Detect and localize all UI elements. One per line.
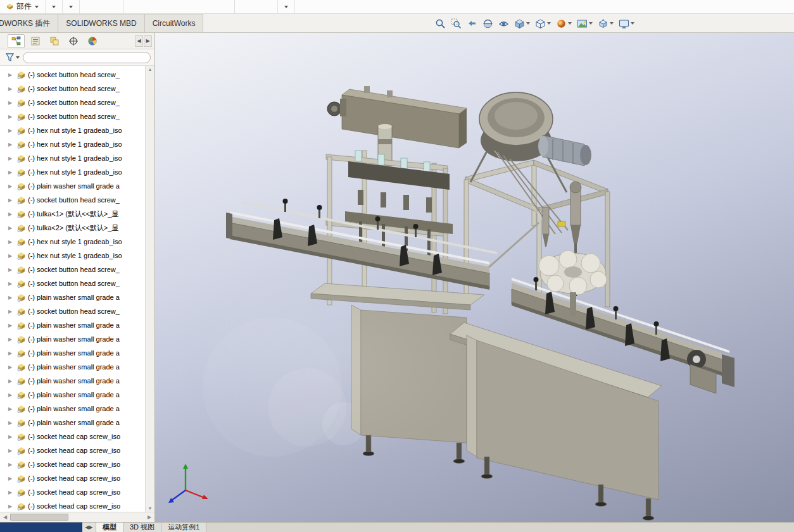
expand-arrow-icon[interactable]: ▶ bbox=[8, 490, 15, 495]
expand-arrow-icon[interactable]: ▶ bbox=[8, 434, 15, 440]
expand-arrow-icon[interactable]: ▶ bbox=[8, 239, 15, 245]
expand-arrow-icon[interactable]: ▶ bbox=[8, 253, 15, 259]
tree-item[interactable]: ▶ (-) plain washer small grade a bbox=[0, 332, 145, 346]
expand-arrow-icon[interactable]: ▶ bbox=[8, 142, 15, 147]
expand-arrow-icon[interactable]: ▶ bbox=[8, 350, 15, 356]
component-menu[interactable]: 部件 bbox=[0, 0, 46, 13]
toolbar-dropdown-1[interactable] bbox=[46, 0, 63, 13]
tree-item[interactable]: ▶ (-) tulka<2> (默认<<默认>_显 bbox=[0, 221, 145, 235]
expand-arrow-icon[interactable]: ▶ bbox=[8, 197, 15, 203]
tree-item[interactable]: ▶ (-) socket head cap screw_iso bbox=[0, 430, 145, 443]
panel-tab-scroll-left[interactable]: ◀ bbox=[135, 35, 143, 47]
graphics-viewport[interactable] bbox=[155, 33, 794, 522]
tree-vertical-scrollbar[interactable]: ▲ ▼ bbox=[145, 66, 154, 512]
tree-item[interactable]: ▶ (-) socket head cap screw_iso bbox=[0, 457, 145, 471]
scroll-up-icon[interactable]: ▲ bbox=[148, 67, 153, 71]
tab-3d-views[interactable]: 3D 视图 bbox=[123, 523, 161, 532]
tree-item[interactable]: ▶ (-) socket button head screw_ bbox=[0, 96, 145, 109]
tab-propertymanager[interactable] bbox=[27, 34, 44, 48]
tab-configurationmanager[interactable] bbox=[46, 34, 63, 48]
toolbar-dropdown-3[interactable] bbox=[278, 0, 295, 13]
tab-featuremanager-design-tree[interactable] bbox=[8, 34, 25, 48]
tree-item[interactable]: ▶ (-) socket button head screw_ bbox=[0, 276, 145, 290]
display-style-icon[interactable] bbox=[513, 17, 531, 30]
scroll-down-icon[interactable]: ▼ bbox=[148, 506, 153, 510]
tree-item[interactable]: ▶ (-) plain washer small grade a bbox=[0, 388, 145, 402]
expand-arrow-icon[interactable]: ▶ bbox=[8, 183, 15, 189]
expand-arrow-icon[interactable]: ▶ bbox=[8, 225, 15, 231]
expand-arrow-icon[interactable]: ▶ bbox=[8, 323, 15, 328]
tree-item[interactable]: ▶ (-) plain washer small grade a bbox=[0, 346, 145, 360]
tree-item[interactable]: ▶ (-) socket button head screw_ bbox=[0, 304, 145, 318]
expand-arrow-icon[interactable]: ▶ bbox=[8, 420, 15, 426]
expand-arrow-icon[interactable]: ▶ bbox=[8, 156, 15, 161]
scrollbar-thumb[interactable] bbox=[10, 514, 68, 521]
tree-item[interactable]: ▶ (-) plain washer small grade a bbox=[0, 318, 145, 332]
tree-item[interactable]: ▶ (-) hex nut style 1 gradeab_iso bbox=[0, 123, 145, 137]
expand-arrow-icon[interactable]: ▶ bbox=[8, 128, 15, 133]
expand-arrow-icon[interactable]: ▶ bbox=[8, 392, 15, 398]
expand-arrow-icon[interactable]: ▶ bbox=[8, 170, 15, 175]
toolbar-dropdown-2[interactable] bbox=[63, 0, 80, 13]
tree-item[interactable]: ▶ (-) socket button head screw_ bbox=[0, 263, 145, 276]
tab-model[interactable]: 模型 bbox=[96, 523, 123, 532]
section-view-icon[interactable] bbox=[481, 17, 495, 30]
tree-filter-input[interactable] bbox=[23, 52, 151, 63]
tree-item[interactable]: ▶ (-) socket button head screw_ bbox=[0, 193, 145, 207]
scroll-left-icon[interactable]: ◀ bbox=[0, 512, 10, 522]
filter-funnel-icon[interactable] bbox=[5, 53, 20, 62]
edit-appearance-icon[interactable] bbox=[555, 17, 573, 30]
expand-arrow-icon[interactable]: ▶ bbox=[8, 86, 15, 92]
tree-item[interactable]: ▶ (-) plain washer small grade a bbox=[0, 179, 145, 193]
tree-item[interactable]: ▶ (-) socket button head screw_ bbox=[0, 68, 145, 82]
annotation-views-icon[interactable] bbox=[497, 17, 510, 30]
expand-arrow-icon[interactable]: ▶ bbox=[8, 295, 15, 300]
expand-arrow-icon[interactable]: ▶ bbox=[8, 504, 15, 509]
view-settings-icon[interactable] bbox=[617, 17, 636, 30]
tree-item[interactable]: ▶ (-) socket head cap screw_iso bbox=[0, 485, 145, 499]
zoom-to-fit-icon[interactable] bbox=[434, 17, 447, 30]
expand-arrow-icon[interactable]: ▶ bbox=[8, 267, 15, 273]
scroll-right-icon[interactable]: ▶ bbox=[144, 512, 154, 522]
tree-item[interactable]: ▶ (-) socket head cap screw_iso bbox=[0, 443, 145, 457]
tree-item[interactable]: ▶ (-) hex nut style 1 gradeab_iso bbox=[0, 249, 145, 263]
tab-motion-study-1[interactable]: 运动算例1 bbox=[161, 523, 206, 532]
expand-arrow-icon[interactable]: ▶ bbox=[8, 211, 15, 217]
previous-view-icon[interactable] bbox=[465, 17, 479, 30]
tree-item[interactable]: ▶ (-) socket button head screw_ bbox=[0, 109, 145, 123]
tree-item[interactable]: ▶ (-) plain washer small grade a bbox=[0, 402, 145, 416]
expand-arrow-icon[interactable]: ▶ bbox=[8, 309, 15, 314]
tree-item[interactable]: ▶ (-) hex nut style 1 gradeab_iso bbox=[0, 151, 145, 165]
tree-horizontal-scrollbar[interactable]: ◀ ▶ bbox=[0, 512, 154, 522]
tab-solidworks-mbd[interactable]: SOLIDWORKS MBD bbox=[58, 14, 144, 32]
panel-tab-scroll-right[interactable]: ▶ bbox=[144, 35, 152, 47]
expand-arrow-icon[interactable]: ▶ bbox=[8, 406, 15, 412]
tab-displaymanager[interactable] bbox=[84, 34, 101, 48]
tree-item[interactable]: ▶ (-) hex nut style 1 gradeab_iso bbox=[0, 235, 145, 249]
tab-circuitworks[interactable]: CircuitWorks bbox=[145, 14, 204, 32]
view-orientation-icon[interactable] bbox=[596, 17, 615, 30]
tree-item[interactable]: ▶ (-) tulka<1> (默认<<默认>_显 bbox=[0, 207, 145, 221]
expand-arrow-icon[interactable]: ▶ bbox=[8, 448, 15, 454]
tree-item[interactable]: ▶ (-) hex nut style 1 gradeab_iso bbox=[0, 137, 145, 151]
expand-arrow-icon[interactable]: ▶ bbox=[8, 462, 15, 467]
tree-item[interactable]: ▶ (-) plain washer small grade a bbox=[0, 290, 145, 304]
tree-item[interactable]: ▶ (-) plain washer small grade a bbox=[0, 360, 145, 374]
zoom-to-area-icon[interactable] bbox=[450, 17, 463, 30]
expand-arrow-icon[interactable]: ▶ bbox=[8, 476, 15, 481]
tree-item[interactable]: ▶ (-) plain washer small grade a bbox=[0, 374, 145, 388]
apply-scene-icon[interactable] bbox=[576, 17, 594, 30]
model-tab-scroll-icons[interactable]: ◀▶ bbox=[82, 523, 96, 532]
tree-item[interactable]: ▶ (-) socket button head screw_ bbox=[0, 82, 145, 96]
expand-arrow-icon[interactable]: ▶ bbox=[8, 378, 15, 384]
tab-solidworks-addins[interactable]: DWORKS 插件 bbox=[0, 14, 58, 32]
expand-arrow-icon[interactable]: ▶ bbox=[8, 364, 15, 370]
tab-dimxpertmanager[interactable] bbox=[65, 34, 82, 48]
expand-arrow-icon[interactable]: ▶ bbox=[8, 114, 15, 120]
tree-item[interactable]: ▶ (-) socket head cap screw_iso bbox=[0, 499, 145, 512]
expand-arrow-icon[interactable]: ▶ bbox=[8, 72, 15, 78]
expand-arrow-icon[interactable]: ▶ bbox=[8, 100, 15, 106]
expand-arrow-icon[interactable]: ▶ bbox=[8, 337, 15, 342]
tree-item[interactable]: ▶ (-) socket head cap screw_iso bbox=[0, 471, 145, 485]
expand-arrow-icon[interactable]: ▶ bbox=[8, 281, 15, 287]
